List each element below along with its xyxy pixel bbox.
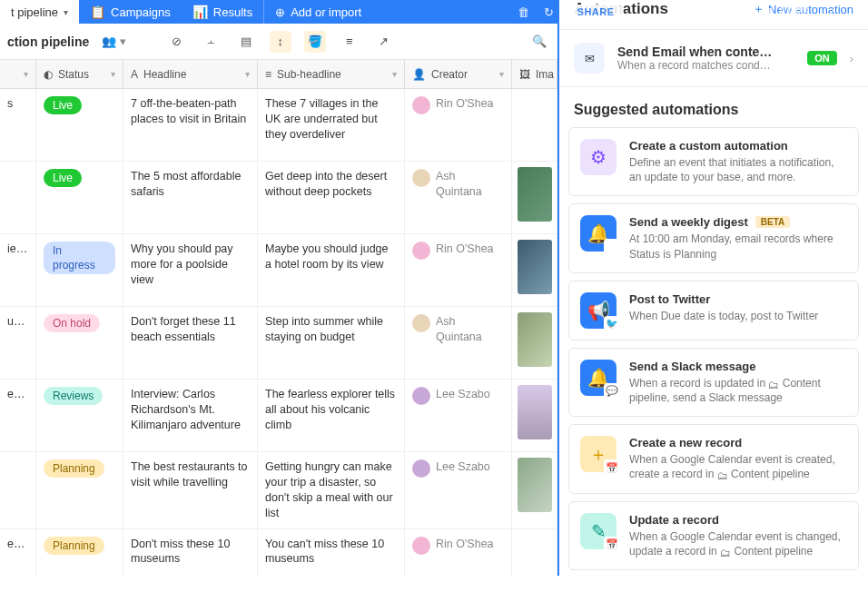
workflow-icon: ✉︎ (585, 52, 595, 65)
status-badge: Planning (44, 537, 104, 555)
suggestion-card[interactable]: ＋ 📅 Create a new record When a Google Ca… (568, 424, 859, 493)
cell-headline[interactable]: Don't forget these 11 beach essentials (123, 307, 258, 379)
table-row[interactable]: entials Planning Don't miss these 10 mus… (0, 529, 557, 577)
chevron-down-icon: ▾ (499, 69, 504, 79)
cell-name[interactable]: erview (0, 380, 36, 451)
cell-name[interactable]: s (0, 89, 36, 161)
grid-body[interactable]: s Live 7 off-the-beaten-path places to v… (0, 89, 557, 576)
avatar (412, 169, 430, 187)
grid-header: ▾ ◐Status▾ AHeadline▾ ≡Sub-headline▾ 👤Cr… (0, 60, 557, 89)
tab-campaigns[interactable]: 📋 Campaigns (79, 0, 182, 24)
cell-creator[interactable]: Lee Szabo (405, 452, 512, 528)
cell-headline[interactable]: The best restaurants to visit while trav… (123, 452, 258, 528)
trash-button[interactable]: 🗑 (510, 0, 537, 24)
cell-subheadline[interactable]: Step into summer while staying on budget (258, 307, 405, 379)
table-row[interactable]: erview Reviews Interview: Carlos Richard… (0, 380, 557, 452)
cell-status[interactable]: Reviews (36, 380, 123, 451)
automations-panel: Automations ＋ New automation ✉︎ Send Ema… (557, 0, 868, 576)
status-badge: Planning (44, 459, 104, 478)
tab-results[interactable]: 📊 Results (182, 0, 263, 24)
col-header-status[interactable]: ◐Status▾ (36, 60, 123, 88)
add-import-button[interactable]: ⊕ Add or import (264, 0, 372, 24)
tab-pipeline[interactable]: t pipeline ▾ (0, 0, 79, 24)
search-button[interactable]: 🔍 (528, 31, 550, 53)
color-button[interactable]: 🪣 (304, 31, 326, 53)
sort-button[interactable]: ↕ (270, 31, 291, 53)
suggestion-card[interactable]: 📢 🐦 Post to Twitter When Due date is tod… (568, 281, 859, 341)
cell-subheadline[interactable]: These 7 villages in the UK are underrate… (258, 89, 405, 161)
cell-image[interactable] (512, 89, 557, 161)
people-icon[interactable]: 👥 ▾ (102, 35, 126, 48)
group-button[interactable]: ▤ (235, 31, 257, 53)
cell-status[interactable]: Planning (36, 529, 123, 577)
cell-headline[interactable]: Don't miss these 10 museums (123, 529, 258, 577)
suggestion-card[interactable]: 🔔 💬 Send a Slack message When a record i… (568, 348, 859, 417)
suggestion-title: Post to Twitter (629, 292, 847, 306)
cell-status[interactable]: Planning (36, 452, 123, 528)
cell-name[interactable]: urants (0, 307, 36, 379)
cell-status[interactable]: Live (36, 89, 123, 161)
cell-status[interactable]: In progress (36, 234, 123, 306)
chevron-right-icon: › (850, 52, 853, 65)
avatar (412, 459, 430, 478)
cell-creator[interactable]: Rin O'Shea (405, 529, 512, 577)
cell-name[interactable] (0, 162, 36, 233)
suggestion-badge-icon: 📅 (604, 537, 620, 553)
cell-subheadline[interactable]: Getting hungry can make your trip a disa… (258, 452, 405, 528)
expand-button[interactable]: ⤢ (819, 0, 843, 24)
share-view-button[interactable]: ↗ (373, 31, 395, 53)
beta-badge: BETA (755, 216, 790, 228)
col-header-creator[interactable]: 👤Creator▾ (405, 60, 512, 88)
history-button[interactable]: ↻ (537, 0, 561, 24)
cell-headline[interactable]: 7 off-the-beaten-path places to visit in… (123, 89, 258, 161)
share-button[interactable]: SHARE (561, 0, 631, 24)
table-row[interactable]: iews In progress Why you should pay more… (0, 234, 557, 307)
cell-name[interactable]: iews (0, 234, 36, 306)
cell-creator[interactable]: Ash Quintana (405, 307, 512, 379)
suggestion-card[interactable]: ⚙ Create a custom automation Define an e… (568, 127, 859, 196)
table-row[interactable]: Planning The best restaurants to visit w… (0, 452, 557, 529)
cell-headline[interactable]: Interview: Carlos Richardson's Mt. Kilim… (123, 380, 258, 451)
cell-subheadline[interactable]: The fearless explorer tells all about hi… (258, 380, 405, 451)
cell-subheadline[interactable]: You can't miss these 10 museums (258, 529, 405, 577)
chevron-down-icon: ▾ (392, 69, 397, 79)
cell-image[interactable] (512, 380, 557, 451)
cell-subheadline[interactable]: Get deep into the desert without deep po… (258, 162, 405, 233)
suggestion-card[interactable]: 🔔 ✉ Send a weekly digest BETA At 10:00 a… (568, 203, 859, 272)
cell-name[interactable]: entials (0, 529, 36, 577)
cell-subheadline[interactable]: Maybe you should judge a hotel room by i… (258, 234, 405, 306)
user-icon: 👤 (412, 68, 426, 81)
close-panel-button[interactable]: ✕ (843, 0, 868, 24)
cell-headline[interactable]: Why you should pay more for a poolside v… (123, 234, 258, 306)
table-row[interactable]: s Live 7 off-the-beaten-path places to v… (0, 89, 557, 162)
cell-creator[interactable]: Rin O'Shea (405, 234, 512, 306)
table-row[interactable]: Live The 5 most affordable safaris Get d… (0, 162, 557, 234)
cell-headline[interactable]: The 5 most affordable safaris (123, 162, 258, 233)
suggestion-card[interactable]: ✎ 📅 Update a record When a Google Calend… (568, 501, 859, 570)
clipboard-icon: 📋 (90, 5, 105, 19)
cell-image[interactable] (512, 307, 557, 379)
col-header-headline[interactable]: AHeadline▾ (123, 60, 258, 88)
row-height-button[interactable]: ≡ (339, 31, 360, 53)
cell-creator[interactable]: Ash Quintana (405, 162, 512, 233)
cell-image[interactable] (512, 452, 557, 528)
cell-creator[interactable]: Rin O'Shea (405, 89, 512, 161)
automation-subtitle: When a record matches cond… (617, 59, 794, 72)
cell-image[interactable] (512, 234, 557, 306)
filter-button[interactable]: ⫠ (201, 31, 222, 53)
cell-name[interactable] (0, 452, 36, 528)
cell-image[interactable] (512, 162, 557, 233)
col-header-subheadline[interactable]: ≡Sub-headline▾ (258, 60, 405, 88)
col-header-image[interactable]: 🖼Ima (512, 60, 557, 88)
automation-state-badge[interactable]: ON (807, 51, 837, 65)
col-header-name[interactable]: ▾ (0, 60, 36, 88)
table-row[interactable]: urants On hold Don't forget these 11 bea… (0, 307, 557, 380)
existing-automation-row[interactable]: ✉︎ Send Email when conte… When a record … (559, 29, 868, 87)
cell-image[interactable] (512, 529, 557, 577)
hide-fields-button[interactable]: ⊘ (166, 31, 188, 53)
apps-nav-button[interactable]: ▦ APPS (754, 0, 819, 24)
cell-creator[interactable]: Lee Szabo (405, 380, 512, 451)
cell-status[interactable]: On hold (36, 307, 123, 379)
grid-view: ction pipeline 👥 ▾ ⊘ ⫠ ▤ ↕ 🪣 ≡ ↗ 🔍 ▾ ◐St… (0, 24, 557, 576)
cell-status[interactable]: Live (36, 162, 123, 233)
